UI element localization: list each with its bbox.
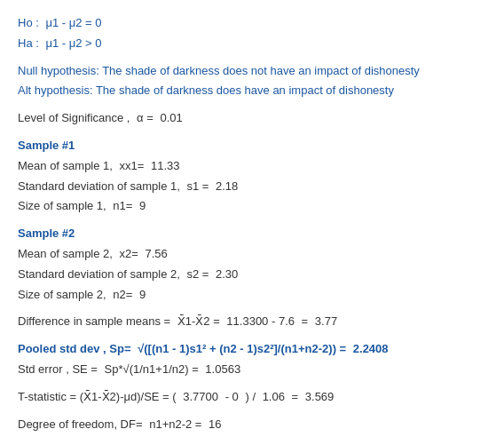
tstat-minus: - 0 — [225, 390, 239, 403]
sample2-size-symbol: n2= — [113, 288, 132, 301]
pooled-label: Pooled std dev , Sp= — [18, 342, 131, 355]
pooled-line: Pooled std dev , Sp= √([(n1 - 1)s1² + (n… — [18, 340, 486, 359]
tstat-label: T-statistic = (X̄1-X̄2)-μd)/SE = ( — [18, 390, 177, 403]
sample1-mean-line: Mean of sample 1, xx1= 11.33 — [18, 157, 486, 176]
difference-line: Difference in sample means = X̄1-X̄2 = 1… — [18, 313, 486, 331]
difference-calc: 11.3300 - 7.6 — [226, 314, 295, 328]
tstat-divider: ) / — [245, 390, 256, 403]
h0-value: μ1 - μ2 = 0 — [45, 16, 101, 29]
sample1-size-line: Size of sample 1, n1= 9 — [18, 197, 486, 216]
sample2-std-line: Standard deviation of sample 2, s2 = 2.3… — [18, 266, 486, 284]
se-value: 1.0563 — [205, 362, 240, 376]
sample1-mean-value: 11.33 — [151, 159, 180, 172]
ha-line: Ha : μ1 - μ2 > 0 — [18, 35, 486, 53]
sample2-mean-label: Mean of sample 2, — [18, 247, 113, 260]
sample2-mean-line: Mean of sample 2, x2= 7.56 — [18, 245, 486, 264]
difference-value: 3.77 — [315, 314, 337, 328]
dof-section: Degree of freedom, DF= n1+n2-2 = 16 — [18, 416, 486, 434]
difference-section: Difference in sample means = X̄1-X̄2 = 1… — [18, 313, 486, 331]
dof-formula: n1+n2-2 = — [149, 417, 201, 431]
difference-label: Difference in sample means = — [18, 314, 170, 328]
dof-line: Degree of freedom, DF= n1+n2-2 = 16 — [18, 416, 486, 434]
null-hypothesis-text: Null hypothesis: The shade of darkness d… — [18, 62, 486, 81]
sample2-std-value: 2.30 — [216, 267, 238, 281]
sample2-size-label: Size of sample 2, — [18, 288, 106, 301]
pooled-section: Pooled std dev , Sp= √([(n1 - 1)s1² + (n… — [18, 340, 486, 379]
h0-label: Ho : — [18, 16, 39, 29]
tstat-line: T-statistic = (X̄1-X̄2)-μd)/SE = ( 3.770… — [18, 388, 486, 407]
tstat-section: T-statistic = (X̄1-X̄2)-μd)/SE = ( 3.770… — [18, 388, 486, 407]
sample2-mean-value: 7.56 — [146, 247, 168, 260]
significance-label: Level of Significance , — [18, 111, 130, 124]
ha-value: μ1 - μ2 > 0 — [45, 36, 101, 50]
h0-line: Ho : μ1 - μ2 = 0 — [18, 14, 486, 33]
tstat-equals: = — [292, 390, 299, 403]
tstat-se: 1.06 — [263, 390, 285, 403]
ha-label: Ha : — [18, 36, 39, 50]
sample2-std-label: Standard deviation of sample 2, — [18, 267, 180, 281]
difference-symbol: X̄1-X̄2 = — [177, 314, 220, 328]
hypothesis-description: Null hypothesis: The shade of darkness d… — [18, 62, 486, 101]
sample1-std-line: Standard deviation of sample 1, s1 = 2.1… — [18, 178, 486, 196]
sample1-mean-label: Mean of sample 1, — [18, 159, 113, 172]
tstat-value1: 3.7700 — [183, 390, 218, 403]
sample1-std-symbol: s1 = — [186, 179, 209, 193]
se-label: Std error , SE = — [18, 362, 98, 376]
pooled-value: 2.2408 — [353, 342, 389, 355]
sample1-std-label: Standard deviation of sample 1, — [18, 179, 180, 193]
pooled-formula: √([(n1 - 1)s1² + (n2 - 1)s2²]/(n1+n2-2))… — [138, 342, 346, 355]
dof-label: Degree of freedom, DF= — [18, 417, 143, 431]
sample2-header: Sample #2 — [18, 225, 486, 243]
difference-equals: = — [302, 314, 309, 328]
sample1-size-value: 9 — [139, 199, 146, 212]
se-line: Std error , SE = Sp*√(1/n1+1/n2) = 1.056… — [18, 361, 486, 379]
sample1-std-value: 2.18 — [216, 179, 238, 193]
sample2-std-symbol: s2 = — [186, 267, 209, 281]
alt-hypothesis-text: Alt hypothesis: The shade of darkness do… — [18, 82, 486, 100]
dof-value: 16 — [209, 417, 221, 431]
sample1-header: Sample #1 — [18, 137, 486, 155]
sample1-size-label: Size of sample 1, — [18, 199, 106, 212]
sample1-size-symbol: n1= — [113, 199, 132, 212]
significance-section: Level of Significance , α = 0.01 — [18, 109, 486, 128]
sample2-mean-symbol: x2= — [120, 247, 138, 260]
sample1-mean-symbol: xx1= — [120, 159, 145, 172]
sample2-size-line: Size of sample 2, n2= 9 — [18, 286, 486, 305]
sample2-size-value: 9 — [139, 288, 146, 301]
sample1-section: Sample #1 Mean of sample 1, xx1= 11.33 S… — [18, 137, 486, 216]
se-formula: Sp*√(1/n1+1/n2) = — [105, 362, 199, 376]
sample2-section: Sample #2 Mean of sample 2, x2= 7.56 Sta… — [18, 225, 486, 304]
tstat-result: 3.569 — [305, 390, 335, 403]
hypothesis-block: Ho : μ1 - μ2 = 0 Ha : μ1 - μ2 > 0 — [18, 14, 486, 53]
significance-symbol: α = — [137, 111, 154, 124]
significance-value: 0.01 — [160, 111, 182, 124]
significance-line: Level of Significance , α = 0.01 — [18, 109, 486, 128]
